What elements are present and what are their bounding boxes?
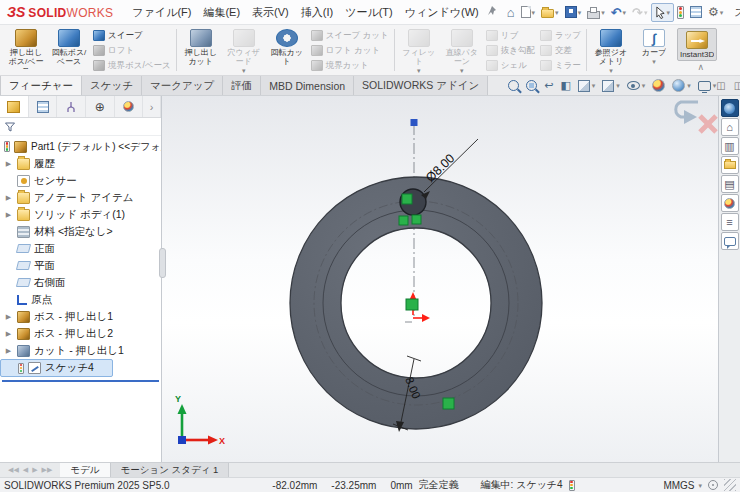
appearances-scenes-button[interactable] xyxy=(721,194,739,212)
propertymanager-tab[interactable] xyxy=(29,96,58,117)
expand-arrow-icon[interactable]: ▶ xyxy=(4,194,13,202)
apply-scene-button[interactable]: ▾ xyxy=(672,79,691,92)
extruded-boss-base-button[interactable]: 押し出しボス/ベース xyxy=(6,28,46,69)
design-library-button[interactable]: ▥ xyxy=(721,137,739,155)
intersect-button[interactable]: 交差 xyxy=(539,43,582,58)
relation-badge[interactable] xyxy=(412,215,421,224)
next-tab-icon[interactable]: ▶ xyxy=(32,466,37,474)
draft-button[interactable]: 抜き勾配 xyxy=(485,43,536,58)
tab-solidworks-addins[interactable]: SOLIDWORKS アドイン xyxy=(354,76,488,95)
fillet-button[interactable]: フィレット▾ xyxy=(399,28,439,74)
new-document-button[interactable]: ▾ xyxy=(518,4,539,20)
extruded-cut-button[interactable]: 押し出しカット xyxy=(181,28,221,66)
tag-icon[interactable] xyxy=(708,480,718,490)
menu-file[interactable]: ファイル(F) xyxy=(126,2,197,23)
centerline-endpoint[interactable] xyxy=(411,119,418,126)
undo-button[interactable]: ↶▾ xyxy=(608,4,629,21)
menu-tools[interactable]: ツール(T) xyxy=(339,2,399,23)
rebuild-button[interactable] xyxy=(674,4,687,21)
panel-tabs-overflow[interactable]: › xyxy=(143,96,161,117)
menu-edit[interactable]: 編集(E) xyxy=(197,2,246,23)
rib-button[interactable]: リブ xyxy=(485,28,536,43)
pane-right-icon[interactable]: ◫ xyxy=(734,80,740,91)
tree-item-sensors[interactable]: センサー xyxy=(0,172,161,189)
zoom-to-area-button[interactable] xyxy=(526,80,537,91)
tree-filter-row[interactable] xyxy=(0,118,161,136)
motion-study-tab[interactable]: モーション スタディ 1 xyxy=(111,463,230,477)
select-tool-button[interactable]: ▾ xyxy=(651,3,675,22)
solidworks-forum-button[interactable] xyxy=(721,232,739,250)
tab-evaluate[interactable]: 評価 xyxy=(223,76,261,95)
first-tab-icon[interactable]: ◀◀ xyxy=(8,466,19,474)
expand-arrow-icon[interactable]: ▶ xyxy=(4,211,13,219)
exit-sketch-icon[interactable] xyxy=(676,102,698,124)
featuremanager-tree-tab[interactable] xyxy=(0,96,29,117)
tree-item-right-plane[interactable]: 右側面 xyxy=(0,274,161,291)
relation-badge[interactable] xyxy=(406,299,418,310)
view-settings-button[interactable]: ▾ xyxy=(698,81,717,91)
swept-cut-button[interactable]: スイープ カット xyxy=(310,28,390,43)
expand-arrow-icon[interactable]: ▶ xyxy=(4,313,13,321)
expand-arrow-icon[interactable]: ▶ xyxy=(4,160,13,168)
cancel-sketch-icon[interactable] xyxy=(700,116,716,132)
wrap-button[interactable]: ラップ xyxy=(539,28,582,43)
mirror-button[interactable]: ミラー xyxy=(539,58,582,73)
redo-button[interactable]: ↷▾ xyxy=(629,4,650,21)
expand-arrow-icon[interactable]: ▶ xyxy=(4,347,13,355)
open-button[interactable]: ▾ xyxy=(538,4,562,20)
curves-button[interactable]: ∫カーブ▾ xyxy=(634,28,674,65)
file-explorer-button[interactable] xyxy=(721,156,739,174)
revolved-cut-button[interactable]: 回転カット xyxy=(267,28,307,66)
tree-item-origin[interactable]: 原点 xyxy=(0,291,161,308)
tree-item-boss-extrude1[interactable]: ▶ボス - 押し出し1 xyxy=(0,308,161,325)
display-style-button[interactable]: ▾ xyxy=(602,80,620,92)
boundary-cut-button[interactable]: 境界カット xyxy=(310,58,390,73)
rollback-bar[interactable] xyxy=(2,380,159,382)
expand-arrow-icon[interactable]: ▶ xyxy=(4,330,13,338)
swept-boss-button[interactable]: スイープ xyxy=(92,28,172,43)
tree-root-part[interactable]: Part1 (デフォルト) <<デフォルト>_表示状態 1 xyxy=(0,138,161,155)
dimxpertmanager-tab[interactable]: ⊕ xyxy=(86,96,115,117)
tab-markup[interactable]: マークアップ xyxy=(142,76,223,95)
units-dropdown-caret[interactable]: ▾ xyxy=(699,482,703,489)
hole-wizard-button[interactable]: 穴ウィザード▾ xyxy=(224,28,264,74)
boundary-boss-button[interactable]: 境界ボス/ベース xyxy=(92,58,172,73)
graphics-viewport[interactable]: Ø8.00 8.00 xyxy=(162,96,718,462)
pin-menu-icon[interactable] xyxy=(487,5,497,19)
linear-pattern-button[interactable]: 直線パターン▾ xyxy=(442,28,482,74)
tree-item-solid-bodies[interactable]: ▶ソリッド ボディ(1) xyxy=(0,206,161,223)
view-palette-button[interactable]: ▤ xyxy=(721,175,739,193)
relation-badge[interactable] xyxy=(402,194,412,204)
displaymanager-tab[interactable] xyxy=(115,96,144,117)
tree-item-material[interactable]: 材料 <指定なし> xyxy=(0,223,161,240)
view-orientation-button[interactable]: ▾ xyxy=(578,80,596,92)
instant3d-button[interactable]: Instant3D xyxy=(677,28,717,61)
reference-geometry-button[interactable]: 参照ジオメトリ▾ xyxy=(591,28,631,74)
edit-appearance-button[interactable] xyxy=(652,79,665,92)
menu-insert[interactable]: 挿入(I) xyxy=(295,2,339,23)
menu-view[interactable]: 表示(V) xyxy=(246,2,295,23)
resize-grip[interactable] xyxy=(724,479,736,491)
lofted-cut-button[interactable]: ロフト カット xyxy=(310,43,390,58)
pane-left-icon[interactable]: ◫ xyxy=(716,80,725,91)
section-view-button[interactable]: ◧ xyxy=(560,80,570,91)
prev-tab-icon[interactable]: ◀ xyxy=(23,466,28,474)
tree-item-front-plane[interactable]: 正面 xyxy=(0,240,161,257)
tree-item-annotations[interactable]: ▶アノテート アイテム xyxy=(0,189,161,206)
print-button[interactable]: ▾ xyxy=(584,4,608,21)
configurationmanager-tab[interactable] xyxy=(57,96,86,117)
tree-item-sketch4[interactable]: スケッチ4 xyxy=(0,359,113,377)
tab-mbd-dimension[interactable]: MBD Dimension xyxy=(261,76,354,95)
tab-features[interactable]: フィーチャー xyxy=(0,76,82,95)
units-selector[interactable]: MMGS xyxy=(663,480,694,491)
shell-button[interactable]: シェル xyxy=(485,58,536,73)
relation-badge[interactable] xyxy=(399,216,408,225)
lofted-boss-button[interactable]: ロフト xyxy=(92,43,172,58)
model-tab[interactable]: モデル xyxy=(60,463,110,477)
task-list-button[interactable] xyxy=(687,4,705,20)
ribbon-collapse-arrow[interactable]: ∧ xyxy=(697,63,704,72)
panel-splitter-handle[interactable] xyxy=(159,248,166,278)
relation-badge[interactable] xyxy=(443,398,454,409)
previous-view-button[interactable]: ↩ xyxy=(544,80,553,91)
options-button[interactable]: ⚙▾ xyxy=(705,4,726,20)
